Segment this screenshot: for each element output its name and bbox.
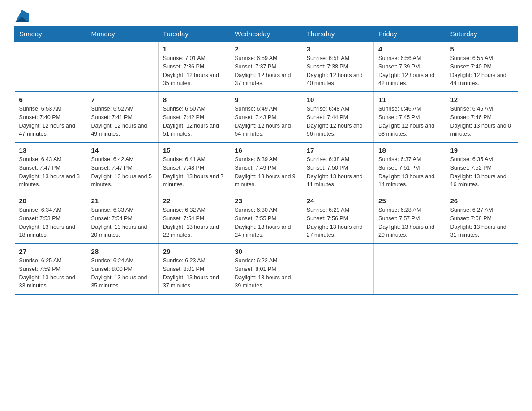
day-sun-info: Sunrise: 6:42 AMSunset: 7:47 PMDaylight:…	[91, 155, 153, 189]
day-sun-info: Sunrise: 7:01 AMSunset: 7:36 PMDaylight:…	[163, 54, 225, 88]
calendar-cell: 12Sunrise: 6:45 AMSunset: 7:46 PMDayligh…	[446, 92, 517, 142]
calendar-cell: 9Sunrise: 6:49 AMSunset: 7:43 PMDaylight…	[230, 92, 302, 142]
calendar-week-row: 13Sunrise: 6:43 AMSunset: 7:47 PMDayligh…	[15, 142, 518, 193]
calendar-cell	[302, 244, 373, 294]
day-sun-info: Sunrise: 6:52 AMSunset: 7:41 PMDaylight:…	[91, 105, 153, 138]
calendar-cell: 19Sunrise: 6:35 AMSunset: 7:52 PMDayligh…	[446, 142, 517, 193]
day-sun-info: Sunrise: 6:37 AMSunset: 7:51 PMDaylight:…	[378, 155, 441, 189]
calendar-cell: 22Sunrise: 6:32 AMSunset: 7:54 PMDayligh…	[158, 193, 230, 244]
day-sun-info: Sunrise: 6:56 AMSunset: 7:39 PMDaylight:…	[378, 54, 441, 88]
logo	[14, 11, 29, 21]
day-number: 13	[19, 146, 82, 154]
day-number: 1	[163, 45, 225, 53]
day-number: 5	[450, 45, 513, 53]
day-sun-info: Sunrise: 6:59 AMSunset: 7:37 PMDaylight:…	[235, 54, 297, 88]
calendar-cell: 14Sunrise: 6:42 AMSunset: 7:47 PMDayligh…	[86, 142, 158, 193]
day-number: 4	[378, 45, 441, 53]
day-sun-info: Sunrise: 6:28 AMSunset: 7:57 PMDaylight:…	[378, 206, 441, 240]
logo-icon	[15, 10, 29, 23]
day-number: 3	[307, 45, 369, 53]
day-number: 29	[163, 248, 225, 255]
calendar-table: SundayMondayTuesdayWednesdayThursdayFrid…	[14, 26, 518, 295]
calendar-cell: 2Sunrise: 6:59 AMSunset: 7:37 PMDaylight…	[230, 42, 302, 92]
day-number: 17	[307, 146, 369, 154]
calendar-cell: 18Sunrise: 6:37 AMSunset: 7:51 PMDayligh…	[374, 142, 446, 193]
day-of-week-header: Tuesday	[158, 26, 230, 42]
calendar-cell	[15, 42, 86, 92]
calendar-cell: 1Sunrise: 7:01 AMSunset: 7:36 PMDaylight…	[158, 42, 230, 92]
calendar-week-row: 6Sunrise: 6:53 AMSunset: 7:40 PMDaylight…	[15, 92, 518, 142]
day-sun-info: Sunrise: 6:50 AMSunset: 7:42 PMDaylight:…	[163, 105, 225, 138]
calendar-cell: 29Sunrise: 6:23 AMSunset: 8:01 PMDayligh…	[158, 244, 230, 294]
day-number: 2	[235, 45, 297, 53]
day-sun-info: Sunrise: 6:49 AMSunset: 7:43 PMDaylight:…	[235, 105, 297, 138]
day-sun-info: Sunrise: 6:48 AMSunset: 7:44 PMDaylight:…	[307, 105, 369, 138]
calendar-header-row: SundayMondayTuesdayWednesdayThursdayFrid…	[15, 26, 518, 42]
calendar-cell	[374, 244, 446, 294]
day-of-week-header: Wednesday	[230, 26, 302, 42]
day-sun-info: Sunrise: 6:23 AMSunset: 8:01 PMDaylight:…	[163, 257, 225, 290]
day-sun-info: Sunrise: 6:32 AMSunset: 7:54 PMDaylight:…	[163, 206, 225, 240]
calendar-cell: 11Sunrise: 6:46 AMSunset: 7:45 PMDayligh…	[374, 92, 446, 142]
day-number: 18	[378, 146, 441, 154]
day-number: 24	[307, 197, 369, 205]
calendar-cell: 10Sunrise: 6:48 AMSunset: 7:44 PMDayligh…	[302, 92, 373, 142]
calendar-cell: 21Sunrise: 6:33 AMSunset: 7:54 PMDayligh…	[86, 193, 158, 244]
day-sun-info: Sunrise: 6:38 AMSunset: 7:50 PMDaylight:…	[307, 155, 369, 189]
calendar-week-row: 27Sunrise: 6:25 AMSunset: 7:59 PMDayligh…	[15, 244, 518, 294]
day-sun-info: Sunrise: 6:43 AMSunset: 7:47 PMDaylight:…	[19, 155, 82, 189]
page-header	[14, 11, 518, 21]
day-sun-info: Sunrise: 6:46 AMSunset: 7:45 PMDaylight:…	[378, 105, 441, 138]
calendar-cell	[86, 42, 158, 92]
day-number: 23	[235, 197, 297, 205]
calendar-cell: 15Sunrise: 6:41 AMSunset: 7:48 PMDayligh…	[158, 142, 230, 193]
calendar-cell: 5Sunrise: 6:55 AMSunset: 7:40 PMDaylight…	[446, 42, 517, 92]
day-number: 7	[91, 96, 153, 103]
calendar-week-row: 20Sunrise: 6:34 AMSunset: 7:53 PMDayligh…	[15, 193, 518, 244]
day-number: 25	[378, 197, 441, 205]
day-number: 19	[450, 146, 513, 154]
day-number: 30	[235, 248, 297, 255]
calendar-week-row: 1Sunrise: 7:01 AMSunset: 7:36 PMDaylight…	[15, 42, 518, 92]
day-number: 9	[235, 96, 297, 103]
calendar-cell: 30Sunrise: 6:22 AMSunset: 8:01 PMDayligh…	[230, 244, 302, 294]
day-sun-info: Sunrise: 6:33 AMSunset: 7:54 PMDaylight:…	[91, 206, 153, 240]
day-number: 16	[235, 146, 297, 154]
calendar-cell: 25Sunrise: 6:28 AMSunset: 7:57 PMDayligh…	[374, 193, 446, 244]
day-sun-info: Sunrise: 6:55 AMSunset: 7:40 PMDaylight:…	[450, 54, 513, 88]
day-sun-info: Sunrise: 6:27 AMSunset: 7:58 PMDaylight:…	[450, 206, 513, 240]
day-number: 14	[91, 146, 153, 154]
calendar-cell	[446, 244, 517, 294]
day-of-week-header: Thursday	[302, 26, 373, 42]
day-sun-info: Sunrise: 6:24 AMSunset: 8:00 PMDaylight:…	[91, 257, 153, 290]
calendar-cell: 13Sunrise: 6:43 AMSunset: 7:47 PMDayligh…	[15, 142, 86, 193]
calendar-cell: 24Sunrise: 6:29 AMSunset: 7:56 PMDayligh…	[302, 193, 373, 244]
day-number: 27	[19, 248, 82, 255]
calendar-cell: 27Sunrise: 6:25 AMSunset: 7:59 PMDayligh…	[15, 244, 86, 294]
day-number: 20	[19, 197, 82, 205]
day-sun-info: Sunrise: 6:22 AMSunset: 8:01 PMDaylight:…	[235, 257, 297, 290]
day-sun-info: Sunrise: 6:45 AMSunset: 7:46 PMDaylight:…	[450, 105, 513, 138]
day-of-week-header: Saturday	[446, 26, 517, 42]
calendar-cell: 4Sunrise: 6:56 AMSunset: 7:39 PMDaylight…	[374, 42, 446, 92]
day-sun-info: Sunrise: 6:53 AMSunset: 7:40 PMDaylight:…	[19, 105, 82, 138]
day-number: 15	[163, 146, 225, 154]
day-number: 26	[450, 197, 513, 205]
calendar-cell: 3Sunrise: 6:58 AMSunset: 7:38 PMDaylight…	[302, 42, 373, 92]
day-number: 12	[450, 96, 513, 103]
day-sun-info: Sunrise: 6:39 AMSunset: 7:49 PMDaylight:…	[235, 155, 297, 189]
day-number: 21	[91, 197, 153, 205]
calendar-cell: 8Sunrise: 6:50 AMSunset: 7:42 PMDaylight…	[158, 92, 230, 142]
day-number: 6	[19, 96, 82, 103]
calendar-cell: 23Sunrise: 6:30 AMSunset: 7:55 PMDayligh…	[230, 193, 302, 244]
day-of-week-header: Monday	[86, 26, 158, 42]
day-sun-info: Sunrise: 6:34 AMSunset: 7:53 PMDaylight:…	[19, 206, 82, 240]
calendar-cell: 20Sunrise: 6:34 AMSunset: 7:53 PMDayligh…	[15, 193, 86, 244]
day-sun-info: Sunrise: 6:35 AMSunset: 7:52 PMDaylight:…	[450, 155, 513, 189]
day-sun-info: Sunrise: 6:29 AMSunset: 7:56 PMDaylight:…	[307, 206, 369, 240]
day-sun-info: Sunrise: 6:25 AMSunset: 7:59 PMDaylight:…	[19, 257, 82, 290]
day-number: 10	[307, 96, 369, 103]
day-of-week-header: Sunday	[15, 26, 86, 42]
day-sun-info: Sunrise: 6:30 AMSunset: 7:55 PMDaylight:…	[235, 206, 297, 240]
day-number: 8	[163, 96, 225, 103]
